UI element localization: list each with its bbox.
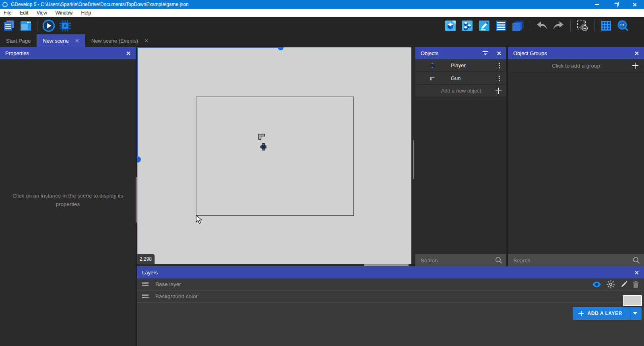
objects-search-input[interactable] bbox=[415, 257, 495, 264]
visibility-eye-icon[interactable] bbox=[592, 281, 601, 288]
layer-row-background-color[interactable]: Background color bbox=[137, 290, 644, 303]
restore-button[interactable] bbox=[606, 0, 625, 9]
panel-title: Object Groups bbox=[513, 50, 547, 56]
tab-new-scene[interactable]: New scene bbox=[37, 34, 85, 47]
objects-search-bar bbox=[415, 254, 506, 266]
menubar: File Edit View Window Help bbox=[0, 9, 644, 17]
object-menu-icon[interactable] bbox=[496, 75, 502, 82]
layers-panel-icon[interactable] bbox=[512, 19, 524, 33]
project-window-icon[interactable] bbox=[19, 19, 32, 33]
object-row-gun[interactable]: Gun bbox=[415, 72, 506, 85]
debug-icon[interactable] bbox=[59, 19, 72, 33]
player-instance[interactable] bbox=[260, 143, 266, 152]
add-layer-button-main[interactable]: ADD A LAYER bbox=[573, 307, 628, 320]
object-row-player[interactable]: Player bbox=[415, 59, 506, 72]
chevron-down-icon bbox=[633, 312, 637, 315]
panel-close-icon[interactable] bbox=[634, 270, 639, 275]
add-icon bbox=[632, 63, 638, 69]
tab-start-page[interactable]: Start Page bbox=[0, 34, 37, 47]
menu-help[interactable]: Help bbox=[81, 9, 95, 17]
toolbar-separator bbox=[570, 21, 571, 31]
drag-handle-icon[interactable] bbox=[142, 295, 149, 298]
titlebar: GDevelop 5 - C:\Users\Sparkle\OneDrive\D… bbox=[0, 0, 644, 9]
add-object-row[interactable]: Add a new object bbox=[415, 85, 506, 97]
layers-panel-header: Layers bbox=[137, 266, 644, 278]
panel-close-icon[interactable] bbox=[497, 51, 501, 56]
scrollbar-thumb[interactable] bbox=[413, 140, 414, 179]
add-layer-button[interactable]: ADD A LAYER bbox=[573, 307, 642, 320]
gun-instance[interactable] bbox=[258, 133, 265, 142]
panel-close-icon[interactable] bbox=[126, 51, 130, 56]
add-group-label: Click to add a group bbox=[514, 63, 632, 69]
search-icon bbox=[495, 257, 502, 264]
toolbar-right-group: 1:1 bbox=[444, 19, 630, 33]
redo-icon[interactable] bbox=[552, 19, 565, 33]
objects-panel-icon[interactable] bbox=[444, 19, 457, 33]
gdevelop-window: GDevelop 5 - C:\Users\Sparkle\OneDrive\D… bbox=[0, 0, 644, 346]
project-manager-icon[interactable] bbox=[3, 19, 16, 33]
toolbar: 1:1 bbox=[0, 17, 644, 34]
add-group-row[interactable]: Click to add a group bbox=[508, 59, 644, 72]
tab-label: Start Page bbox=[6, 38, 31, 44]
toolbar-left-group bbox=[3, 19, 72, 33]
scene-canvas[interactable]: 2;298 bbox=[137, 47, 411, 264]
gun-object-icon bbox=[428, 76, 436, 81]
menu-edit[interactable]: Edit bbox=[19, 9, 32, 17]
grid-icon[interactable] bbox=[600, 19, 613, 33]
scrollbar-thumb[interactable] bbox=[364, 264, 409, 266]
delete-trash-icon[interactable] bbox=[633, 281, 639, 288]
window-mask-icon[interactable] bbox=[576, 19, 589, 33]
cursor-position-badge: 2;298 bbox=[137, 254, 155, 264]
zoom-1to1-icon[interactable]: 1:1 bbox=[617, 19, 630, 33]
close-button[interactable] bbox=[625, 0, 644, 9]
search-icon bbox=[633, 257, 640, 264]
close-icon bbox=[632, 2, 637, 7]
tabbar: Start Page New scene New scene (Events) bbox=[0, 34, 644, 47]
instances-list-icon[interactable] bbox=[495, 19, 508, 33]
layer-effects-icon[interactable] bbox=[607, 280, 615, 288]
menu-window[interactable]: Window bbox=[55, 9, 77, 17]
restore-icon bbox=[614, 3, 618, 7]
drag-handle-icon[interactable] bbox=[142, 282, 149, 286]
add-layer-dropdown[interactable] bbox=[628, 307, 642, 320]
add-icon bbox=[578, 311, 584, 316]
preview-play-icon[interactable] bbox=[42, 19, 55, 33]
tab-new-scene-events[interactable]: New scene (Events) bbox=[85, 34, 155, 47]
object-menu-icon[interactable] bbox=[496, 62, 502, 69]
filter-icon[interactable] bbox=[482, 51, 489, 55]
properties-panel-icon[interactable] bbox=[478, 19, 491, 33]
edit-pencil-icon[interactable] bbox=[620, 281, 627, 288]
properties-panel-header: Properties bbox=[0, 47, 136, 59]
layer-row-base[interactable]: Base layer bbox=[137, 278, 644, 290]
panel-close-icon[interactable] bbox=[634, 51, 639, 56]
layer-name: Base layer bbox=[155, 281, 181, 287]
menu-view[interactable]: View bbox=[36, 9, 51, 17]
window-title: GDevelop 5 - C:\Users\Sparkle\OneDrive\D… bbox=[11, 2, 189, 7]
resize-handle-left[interactable] bbox=[137, 157, 141, 163]
objects-panel-header: Objects bbox=[415, 47, 506, 59]
groups-search-bar bbox=[508, 254, 644, 266]
add-layer-label: ADD A LAYER bbox=[587, 311, 622, 316]
selection-edge-top bbox=[137, 47, 281, 48]
tab-label: New scene (Events) bbox=[91, 38, 138, 44]
selection-edge-left bbox=[137, 47, 138, 160]
window-controls bbox=[587, 0, 644, 9]
groups-search-input[interactable] bbox=[508, 257, 633, 264]
add-object-label: Add a new object bbox=[420, 88, 495, 94]
panel-title: Properties bbox=[5, 50, 29, 56]
add-icon bbox=[495, 88, 502, 94]
background-color-swatch[interactable] bbox=[623, 295, 642, 306]
object-groups-panel-header: Object Groups bbox=[508, 47, 644, 59]
menu-file[interactable]: File bbox=[3, 9, 15, 17]
minimize-button[interactable] bbox=[587, 0, 606, 9]
object-groups-panel: Object Groups Click to add a group bbox=[508, 47, 644, 266]
player-object-icon bbox=[428, 62, 436, 68]
gdevelop-logo-icon bbox=[2, 2, 8, 7]
resize-handle-top[interactable] bbox=[278, 47, 284, 50]
layer-name: Background color bbox=[155, 293, 198, 299]
undo-icon[interactable] bbox=[535, 19, 548, 33]
tab-close-icon[interactable] bbox=[144, 39, 149, 43]
toolbar-separator bbox=[594, 21, 594, 31]
tab-close-icon[interactable] bbox=[75, 39, 79, 43]
object-groups-panel-icon[interactable] bbox=[461, 19, 474, 33]
